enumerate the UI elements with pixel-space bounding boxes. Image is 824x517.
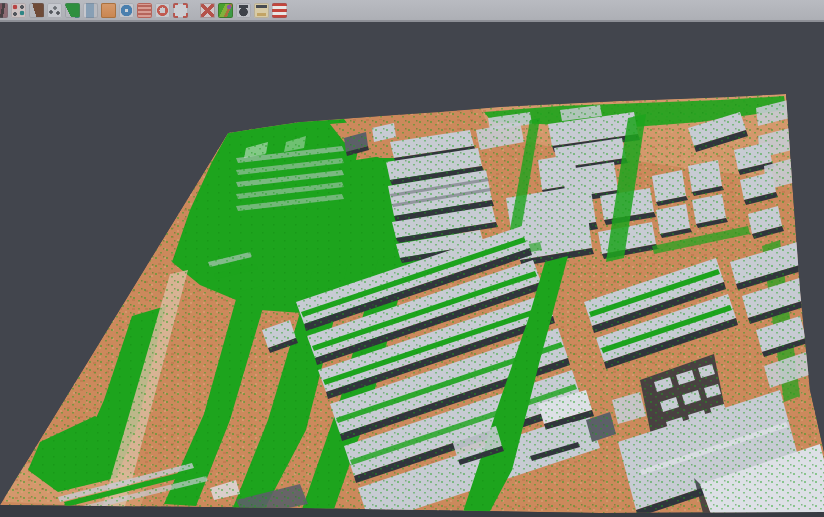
vegetation-layer-icon[interactable] [65,3,80,18]
camera-icon[interactable] [236,3,251,18]
toolbar [0,0,824,22]
classification-map-icon[interactable] [218,3,233,18]
orthophoto-icon[interactable] [101,3,116,18]
timeline-icon[interactable] [254,3,269,18]
globe-icon[interactable] [119,3,134,18]
partial-left-icon[interactable] [0,3,8,18]
grid-layers-icon[interactable] [137,3,152,18]
reset-region-icon[interactable] [200,3,215,18]
3d-viewport[interactable] [0,0,824,517]
classify-points-icon[interactable] [11,3,26,18]
terrain-render [0,0,824,517]
column-tool-icon[interactable] [83,3,98,18]
point-cloud-icon[interactable] [47,3,62,18]
selection-bounds-icon[interactable] [173,3,188,18]
terrain-model-icon[interactable] [29,3,44,18]
flag-layers-icon[interactable] [272,3,287,18]
target-circle-icon[interactable] [155,3,170,18]
